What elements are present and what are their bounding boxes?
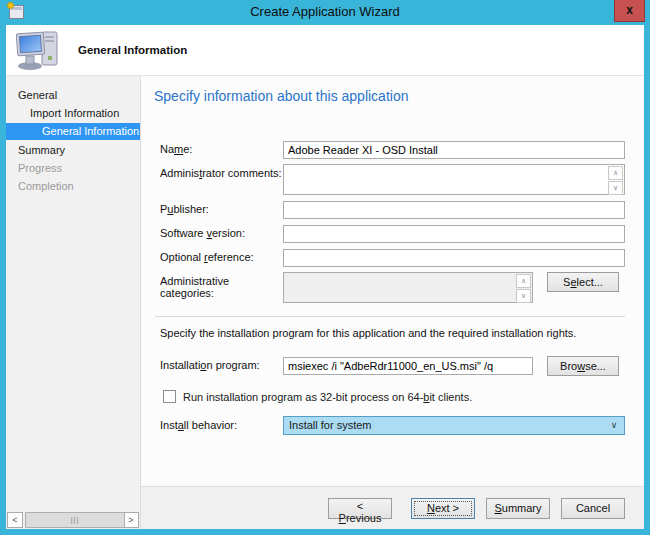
sidebar-item-general[interactable]: General xyxy=(6,87,140,104)
publisher-input[interactable] xyxy=(283,201,625,219)
browse-button[interactable]: Browse... xyxy=(547,356,619,376)
titlebar[interactable]: Create Application Wizard x xyxy=(0,0,650,25)
general-info-form: Name: Administrator comments: ∧ xyxy=(153,140,625,435)
cancel-button[interactable]: Cancel xyxy=(561,498,625,519)
next-button[interactable]: Next > xyxy=(411,498,475,519)
chevron-down-icon[interactable]: ∨ xyxy=(516,289,531,303)
close-icon[interactable]: x xyxy=(614,0,645,22)
sidebar-item-general-information[interactable]: General Information xyxy=(6,123,140,140)
administrator-comments-input[interactable]: ∧ ∨ xyxy=(283,164,625,195)
administrator-comments-label: Administrator comments: xyxy=(160,164,283,179)
computer-icon xyxy=(15,29,63,71)
scrollbar-thumb[interactable]: ||| xyxy=(25,512,125,528)
wizard-main: General Import Information General Infor… xyxy=(6,76,644,529)
window-title: Create Application Wizard xyxy=(0,0,650,25)
scroll-right-icon[interactable]: > xyxy=(123,512,139,528)
administrative-categories-box: ∧ ∨ xyxy=(283,272,533,303)
chevron-up-icon[interactable]: ∧ xyxy=(608,166,623,180)
create-application-wizard-window: Create Application Wizard x xyxy=(0,0,650,535)
window-body: General Information General Import Infor… xyxy=(6,25,644,529)
sidebar-item-progress: Progress xyxy=(6,160,140,177)
chevron-down-icon[interactable]: ∨ xyxy=(608,181,623,195)
optional-reference-label: Optional reference: xyxy=(160,248,283,263)
install-behavior-label: Install behavior: xyxy=(160,416,283,431)
run-32bit-checkbox[interactable] xyxy=(163,390,176,403)
sidebar-item-completion: Completion xyxy=(6,178,140,195)
software-version-input[interactable] xyxy=(283,225,625,243)
page-heading: Specify information about this applicati… xyxy=(154,88,625,104)
installation-instruction-text: Specify the installation program for thi… xyxy=(160,327,625,339)
wizard-header: General Information xyxy=(6,25,644,76)
wizard-steps-sidebar: General Import Information General Infor… xyxy=(6,76,141,529)
content-pane: Specify information about this applicati… xyxy=(141,76,644,486)
administrative-categories-label: Administrative categories: xyxy=(160,272,283,299)
optional-reference-input[interactable] xyxy=(283,249,625,267)
installation-program-input[interactable] xyxy=(283,357,533,375)
software-version-label: Software version: xyxy=(160,224,283,239)
scrollbar-track[interactable]: ||| xyxy=(25,512,121,528)
sidebar-item-import-information[interactable]: Import Information xyxy=(6,105,140,122)
comments-spinner[interactable]: ∧ ∨ xyxy=(608,166,623,193)
installation-program-label: Installation program: xyxy=(160,356,283,371)
chevron-up-icon[interactable]: ∧ xyxy=(516,274,531,288)
scroll-left-icon[interactable]: < xyxy=(7,512,23,528)
run-32bit-label: Run installation program as 32-bit proce… xyxy=(183,391,472,403)
name-input[interactable] xyxy=(283,141,625,159)
publisher-label: Publisher: xyxy=(160,200,283,215)
select-button[interactable]: Select... xyxy=(547,272,619,292)
categories-spinner[interactable]: ∧ ∨ xyxy=(516,274,531,301)
section-divider xyxy=(155,316,625,317)
install-behavior-dropdown[interactable]: Install for system ∨ xyxy=(283,416,625,435)
wizard-button-bar: < Previous Next > Summary Cancel xyxy=(141,486,644,529)
wizard-page-title: General Information xyxy=(78,44,187,56)
previous-button[interactable]: < Previous xyxy=(328,498,392,519)
summary-button[interactable]: Summary xyxy=(486,498,550,519)
horizontal-scrollbar[interactable]: < ||| > xyxy=(6,511,140,529)
install-behavior-value: Install for system xyxy=(289,419,372,431)
chevron-down-icon: ∨ xyxy=(607,417,621,434)
sidebar-item-summary[interactable]: Summary xyxy=(6,142,140,159)
content-column: Specify information about this applicati… xyxy=(141,76,644,529)
name-label: Name: xyxy=(160,140,283,155)
